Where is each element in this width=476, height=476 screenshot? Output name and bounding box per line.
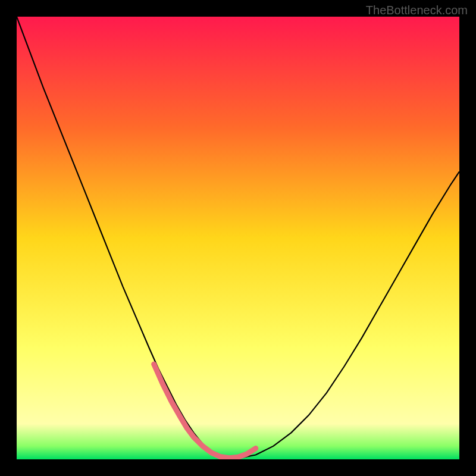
chart-plot-area xyxy=(17,17,459,459)
watermark-text: TheBottleneck.com xyxy=(366,4,468,17)
chart-svg xyxy=(17,17,459,459)
chart-background xyxy=(17,17,459,459)
